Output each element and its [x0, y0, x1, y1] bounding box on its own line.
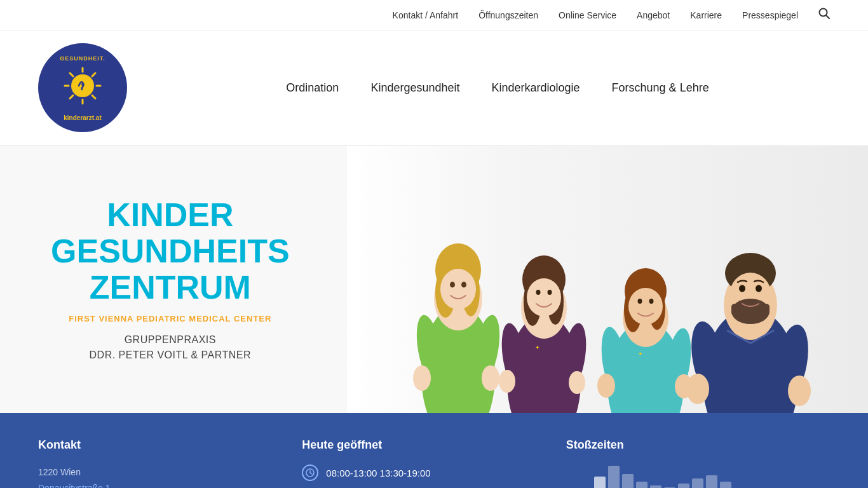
svg-point-27: [482, 365, 499, 391]
svg-point-22: [450, 282, 455, 288]
footer: Kontakt 1220 Wien Donaucitystraße 1 Tel.…: [0, 413, 868, 488]
nav-kontakt-anfahrt[interactable]: Kontakt / Anfahrt: [393, 10, 459, 20]
nav-oeffnungszeiten[interactable]: Öffnungszeiten: [478, 10, 538, 20]
svg-point-34: [536, 290, 541, 295]
main-navigation: Ordination Kindergesundheit Kinderkardio…: [165, 81, 830, 95]
footer-hours-heading: Heute geöffnet: [302, 438, 540, 452]
svg-rect-59: [731, 304, 770, 315]
svg-point-38: [499, 370, 515, 393]
hero-practice: GRUPPENPRAXIS DDR. PETER VOITL & PARTNER: [51, 332, 290, 362]
svg-text:GESUNDHEIT.: GESUNDHEIT.: [60, 55, 105, 62]
search-icon: [818, 8, 830, 19]
nav-ordination[interactable]: Ordination: [286, 81, 339, 95]
nav-online-service[interactable]: Online Service: [559, 10, 616, 20]
logo: GESUNDHEIT. kinderarzt.at: [38, 43, 127, 132]
main-header: GESUNDHEIT. kinderarzt.at Ordination Kin…: [0, 30, 868, 146]
svg-line-1: [826, 15, 829, 18]
svg-rect-66: [347, 146, 423, 413]
svg-point-61: [756, 285, 762, 292]
footer-kontakt: Kontakt 1220 Wien Donaucitystraße 1 Tel.…: [38, 438, 302, 488]
footer-stosszeiten-heading: Stoßzeiten: [566, 438, 804, 452]
stosszeiten-chart: 09 Uhr12 Uhr15 Uhr18 Uhr: [566, 464, 804, 488]
svg-point-39: [569, 371, 585, 394]
svg-point-23: [461, 282, 466, 288]
team-illustration: ✦ ✦: [347, 146, 868, 413]
team-photo: ✦ ✦: [347, 146, 868, 413]
chart-bar: [720, 482, 731, 488]
logo-container[interactable]: GESUNDHEIT. kinderarzt.at: [38, 43, 127, 132]
nav-pressespiegel[interactable]: Pressespiegel: [742, 10, 798, 20]
svg-point-46: [628, 288, 663, 325]
footer-address-city: 1220 Wien: [38, 464, 276, 480]
chart-bar: [594, 477, 606, 488]
nav-angebot[interactable]: Angebot: [637, 10, 670, 20]
hero-title: KINDER GESUNDHEITS ZENTRUM: [51, 197, 290, 306]
svg-point-64: [686, 374, 709, 404]
footer-address-street[interactable]: Donaucitystraße 1: [38, 480, 276, 488]
svg-point-4: [81, 83, 84, 86]
chart-bar: [706, 475, 717, 488]
nav-forschung-lehre[interactable]: Forschung & Lehre: [612, 81, 709, 95]
chart-bar: [678, 484, 689, 489]
chart-bar: [692, 478, 703, 488]
svg-point-51: [597, 374, 615, 398]
top-navigation: Kontakt / Anfahrt Öffnungszeiten Online …: [0, 0, 868, 30]
footer-stosszeiten: Stoßzeiten 09 Uhr12 Uhr15 Uhr18 Uhr: [566, 438, 830, 488]
footer-hours: Heute geöffnet 08:00-13:00 13:30-19:00 i…: [302, 438, 566, 488]
footer-kontakt-heading: Kontakt: [38, 438, 276, 452]
svg-point-21: [440, 269, 476, 309]
svg-point-65: [788, 376, 811, 406]
nav-kinderkardiologie[interactable]: Kinderkardiologie: [491, 81, 580, 95]
search-button[interactable]: [818, 8, 830, 22]
svg-point-33: [527, 278, 561, 316]
svg-point-48: [649, 299, 654, 304]
svg-point-60: [739, 285, 745, 292]
svg-line-69: [310, 473, 312, 474]
logo-svg: GESUNDHEIT. kinderarzt.at: [41, 46, 124, 129]
chart-bars: [566, 464, 804, 488]
svg-text:kinderarzt.at: kinderarzt.at: [64, 114, 102, 121]
footer-hours-time: 08:00-13:00 13:30-19:00: [326, 468, 430, 478]
hero-section: KINDER GESUNDHEITS ZENTRUM FIRST VIENNA …: [0, 146, 868, 413]
nav-karriere[interactable]: Karriere: [690, 10, 722, 20]
chart-bar: [608, 466, 620, 488]
svg-text:✦: ✦: [535, 344, 540, 351]
chart-bar: [636, 482, 648, 488]
hero-text-block: KINDER GESUNDHEITS ZENTRUM FIRST VIENNA …: [51, 197, 290, 363]
chart-bar: [650, 485, 661, 488]
hero-subtitle: FIRST VIENNA PEDIATRIC MEDICAL CENTER: [51, 313, 290, 323]
clock-icon: [302, 464, 318, 481]
svg-text:✦: ✦: [638, 351, 643, 357]
chart-bar: [622, 474, 634, 488]
footer-hours-time-row: 08:00-13:00 13:30-19:00: [302, 464, 540, 481]
svg-point-47: [638, 299, 642, 304]
svg-point-35: [548, 290, 552, 295]
nav-kindergesundheit[interactable]: Kindergesundheit: [370, 81, 459, 95]
